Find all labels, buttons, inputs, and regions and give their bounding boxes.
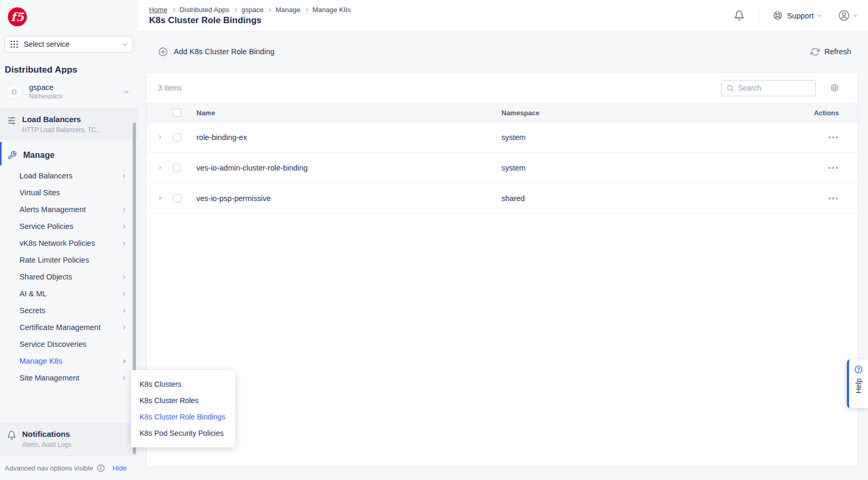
flyout-item-k8s-cluster-roles[interactable]: K8s Cluster Roles [131,392,235,408]
sidebar-nav: Load Balancers Virtual Sites Alerts Mana… [0,165,137,386]
breadcrumb-distributed-apps[interactable]: Distributed Apps [180,6,230,14]
namespace-avatar: G [6,84,22,99]
row-expand-icon[interactable] [157,135,161,139]
svg-text:f5: f5 [11,10,25,24]
table-row[interactable]: role-binding-ex system [146,122,858,153]
row-checkbox[interactable] [173,164,181,172]
gear-icon[interactable] [830,83,839,93]
bell-icon [7,431,16,440]
sidebar-item-site-management[interactable]: Site Management [0,369,137,386]
f5-logo[interactable]: f5 [7,7,137,27]
sidebar-item-service-discoveries[interactable]: Service Discoveries [0,336,137,353]
search-input[interactable] [738,84,811,92]
refresh-button-label: Refresh [824,47,851,56]
sidebar-item-service-policies[interactable]: Service Policies [0,218,137,235]
chevron-right-icon [122,376,125,379]
sidebar-item-notifications[interactable]: Notifications Alerts, Audit Logs [0,423,137,455]
namespace-selector[interactable]: G gspace Namespace [4,82,133,101]
sidebar-item-virtual-sites[interactable]: Virtual Sites [0,184,137,201]
header-divider [758,9,759,23]
flyout-item-k8s-cluster-role-bindings[interactable]: K8s Cluster Role Bindings [131,408,235,425]
breadcrumb-home[interactable]: Home [149,6,167,14]
support-label: Support [787,12,814,20]
chevron-down-icon [817,13,821,16]
ellipsis-icon[interactable] [797,167,839,169]
support-menu[interactable]: Support [773,11,821,21]
row-expand-icon[interactable] [157,196,161,200]
apps-grid-icon [10,40,18,48]
sidebar-item-certificate-management[interactable]: Certificate Management [0,319,137,336]
breadcrumb-manage[interactable]: Manage [275,6,300,14]
sidebar-item-vk8s-network-policies[interactable]: vK8s Network Policies [0,235,137,252]
row-namespace: system [501,164,797,172]
select-all-checkbox[interactable] [173,108,181,117]
sidebar-bottom: Notifications Alerts, Audit Logs Advance… [0,423,137,480]
user-avatar-icon [838,9,850,22]
tile-title: Notifications [22,429,71,438]
tile-subtitle: Alerts, Audit Logs [22,441,71,448]
app-window: f5 Select service Distributed Apps G gs [0,0,868,480]
account-menu[interactable] [838,9,856,22]
help-tab[interactable]: Help [847,359,868,408]
info-icon[interactable] [97,464,105,472]
column-header-name: Name [196,109,501,117]
flyout-item-k8s-clusters[interactable]: K8s Clusters [131,376,235,392]
chevron-right-icon [172,7,175,11]
namespace-name: gspace [29,83,63,92]
chevron-right-icon [122,292,125,295]
sidebar-footer: Advanced nav options visible Hide [0,455,137,480]
row-checkbox[interactable] [173,194,181,203]
tile-title: Load Balancers [22,115,101,124]
hide-nav-button[interactable]: Hide [113,464,127,472]
manage-k8s-flyout: K8s Clusters K8s Cluster Roles K8s Clust… [131,370,235,447]
row-checkbox[interactable] [173,133,181,142]
row-namespace: shared [501,194,797,203]
sidebar-item-alerts-management[interactable]: Alerts Management [0,201,137,218]
chevron-right-icon [122,207,125,211]
sidebar-item-shared-objects[interactable]: Shared Objects [0,268,137,285]
manage-label: Manage [23,151,55,160]
row-name[interactable]: ves-io-admin-cluster-role-binding [196,164,501,172]
namespace-type-label: Namespace [29,93,63,100]
add-button-label: Add K8s Cluster Role Binding [174,47,274,56]
chevron-right-icon [122,241,125,245]
help-tab-label: Help [854,378,863,394]
table-row[interactable]: ves-io-admin-cluster-role-binding system [146,153,858,183]
sidebar-item-load-balancers-overview[interactable]: Load Balancers HTTP Load Balancers, TC..… [0,108,137,141]
breadcrumb-gspace[interactable]: gspace [241,6,263,14]
sidebar-item-rate-limiter-policies[interactable]: Rate Limiter Policies [0,252,137,268]
sidebar-item-ai-ml[interactable]: AI & ML [0,285,137,302]
sidebar-item-manage-k8s[interactable]: Manage K8s [0,353,137,369]
breadcrumb-manage-k8s[interactable]: Manage K8s [312,6,351,14]
main-area: Home Distributed Apps gspace Manage Mana… [138,0,868,480]
add-cluster-role-binding-button[interactable]: Add K8s Cluster Role Binding [158,47,274,57]
service-selector[interactable]: Select service [4,36,133,53]
table-search [721,80,816,96]
chevron-right-icon [122,174,125,177]
table-card-header: 3 items [146,73,858,103]
chevron-right-icon [122,325,125,329]
service-selector-label: Select service [24,40,118,48]
row-expand-icon[interactable] [157,166,161,169]
load-balancer-icon [7,116,16,125]
sidebar-manage-header[interactable]: Manage [0,142,137,165]
sidebar-section-title: Distributed Apps [5,65,133,75]
page-toolbar: Add K8s Cluster Role Binding Refresh [146,42,859,62]
ellipsis-icon[interactable] [797,197,839,199]
table-row[interactable]: ves-io-psp-permissive shared [146,183,858,214]
flyout-item-k8s-pod-security-policies[interactable]: K8s Pod Security Policies [131,425,235,441]
chevron-right-icon [268,7,271,11]
help-icon [854,365,863,374]
column-header-actions: Actions [797,109,839,117]
sidebar-item-secrets[interactable]: Secrets [0,302,137,319]
chevron-down-icon [124,88,129,93]
row-name[interactable]: ves-io-psp-permissive [196,194,501,203]
sidebar-item-load-balancers[interactable]: Load Balancers [0,167,137,184]
ellipsis-icon[interactable] [797,136,839,138]
row-name[interactable]: role-binding-ex [196,133,501,142]
refresh-button[interactable]: Refresh [811,47,851,56]
tile-subtitle: HTTP Load Balancers, TC... [22,126,101,134]
bell-icon[interactable] [734,10,745,21]
table-header-row: Name Namespace Actions [146,103,858,122]
advanced-nav-label: Advanced nav options visible [5,464,93,472]
